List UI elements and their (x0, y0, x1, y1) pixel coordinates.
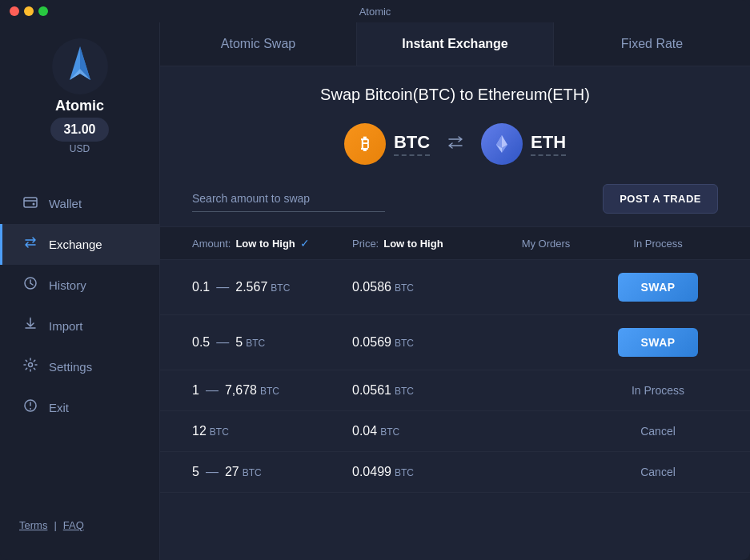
table-row: 5 — 27 BTC 0.0499 BTC Cancel (160, 452, 750, 493)
cell-price: 0.0499 BTC (352, 465, 494, 479)
history-icon (22, 276, 39, 294)
price-value: 0.04 (352, 424, 377, 438)
to-coin-selector[interactable]: ETH (481, 123, 566, 165)
sidebar-item-exchange[interactable]: Exchange (0, 224, 159, 265)
exchange-area: Swap Bitcoin(BTC) to Ethereum(ETH) ₿ BTC (160, 66, 750, 226)
logo-area: Atomic 31.00 USD (0, 38, 159, 154)
table-header: Amount: Low to High ✓ Price: Low to High… (160, 226, 750, 260)
close-button[interactable] (10, 6, 19, 16)
traffic-lights (10, 6, 48, 16)
sidebar-item-label-settings: Settings (49, 360, 92, 374)
sidebar-item-history[interactable]: History (0, 265, 159, 306)
tab-instant-exchange[interactable]: Instant Exchange (357, 22, 554, 66)
search-row: POST A TRADE (192, 184, 718, 214)
eth-icon (481, 123, 523, 165)
swap-title: Swap Bitcoin(BTC) to Ethereum(ETH) (192, 86, 718, 104)
amount-unit: BTC (210, 426, 229, 438)
column-header-amount[interactable]: Amount: Low to High ✓ (192, 237, 352, 250)
table-body: 0.1 — 2.567 BTC 0.0586 BTC SWAP 0.5 — 5 … (160, 260, 750, 560)
price-value: 0.0569 (352, 335, 391, 350)
settings-icon (22, 358, 39, 376)
amount-from: 0.1 (192, 280, 210, 294)
swap-button[interactable]: SWAP (618, 328, 697, 357)
price-value: 0.0561 (352, 383, 391, 398)
amount-label: Amount: (192, 238, 231, 250)
sidebar-item-settings[interactable]: Settings (0, 346, 159, 387)
btc-icon: ₿ (344, 123, 386, 165)
price-unit: BTC (395, 467, 414, 478)
from-coin-selector[interactable]: ₿ BTC (344, 123, 430, 165)
main-content: Atomic Swap Instant Exchange Fixed Rate … (160, 22, 750, 560)
column-header-in-process: In Process (598, 238, 718, 250)
sidebar-item-label-history: History (49, 278, 86, 292)
cell-amount: 5 — 27 BTC (192, 465, 352, 479)
sidebar-item-import[interactable]: Import (0, 306, 159, 346)
table-row: 1 — 7,678 BTC 0.0561 BTC In Process (160, 370, 750, 411)
amount-to: 7,678 (225, 383, 257, 398)
cell-action: In Process (598, 384, 718, 397)
amount-from: 5 (192, 465, 199, 479)
cell-price: 0.0586 BTC (352, 280, 494, 294)
balance-amount: 31.00 (63, 122, 95, 136)
amount-unit: BTC (243, 467, 262, 478)
swap-direction-icon[interactable] (446, 133, 465, 156)
swap-button[interactable]: SWAP (618, 273, 697, 302)
tab-atomic-swap[interactable]: Atomic Swap (160, 22, 357, 66)
cell-amount: 0.1 — 2.567 BTC (192, 280, 352, 294)
price-sort: Low to High (383, 238, 443, 250)
app-logo-icon (52, 38, 108, 94)
minimize-button[interactable] (24, 6, 34, 16)
app-title: Atomic (359, 6, 391, 18)
amount-dash: — (216, 280, 229, 294)
svg-text:₿: ₿ (361, 135, 369, 153)
price-unit: BTC (395, 282, 414, 294)
price-unit: BTC (395, 338, 414, 349)
cell-action: Cancel (598, 466, 718, 478)
exchange-icon (22, 235, 39, 254)
price-label: Price: (352, 238, 379, 250)
svg-point-6 (30, 408, 31, 410)
logo-label: Atomic (55, 98, 104, 114)
cancel-button[interactable]: Cancel (640, 466, 676, 478)
price-unit: BTC (380, 426, 399, 438)
amount-to: 2.567 (235, 280, 267, 294)
from-coin-name: BTC (394, 132, 430, 156)
svg-point-4 (29, 363, 33, 367)
faq-link[interactable]: FAQ (63, 519, 84, 531)
in-process-status: In Process (632, 384, 684, 397)
price-value: 0.0499 (352, 465, 391, 479)
cell-price: 0.04 BTC (352, 424, 494, 438)
amount-dash: — (206, 383, 219, 398)
post-trade-button[interactable]: POST A TRADE (603, 184, 718, 214)
amount-from: 0.5 (192, 335, 210, 350)
sidebar-item-label-wallet: Wallet (49, 197, 82, 210)
amount-unit: BTC (260, 386, 279, 397)
tab-fixed-rate[interactable]: Fixed Rate (554, 22, 750, 66)
amount-unit: BTC (271, 282, 290, 294)
sort-chevron-icon: ✓ (300, 237, 310, 250)
cell-amount: 12 BTC (192, 424, 352, 438)
sidebar-nav: Wallet Exchange History (0, 183, 159, 506)
table-row: 12 BTC 0.04 BTC Cancel (160, 411, 750, 452)
amount-sort: Low to High (235, 238, 295, 250)
cancel-button[interactable]: Cancel (640, 425, 676, 438)
price-unit: BTC (395, 386, 414, 397)
terms-link[interactable]: Terms (19, 519, 47, 531)
search-input[interactable] (192, 186, 385, 212)
cell-price: 0.0561 BTC (352, 383, 494, 398)
column-header-price[interactable]: Price: Low to High (352, 238, 494, 250)
sidebar-item-wallet[interactable]: Wallet (0, 183, 159, 224)
wallet-icon (22, 194, 39, 213)
balance-badge: 31.00 (50, 118, 108, 142)
sidebar-item-label-exchange: Exchange (49, 238, 102, 251)
amount-to: 5 (235, 335, 243, 350)
amount-dash: — (216, 335, 229, 350)
cell-action: SWAP (598, 328, 718, 357)
sidebar-item-label-import: Import (49, 319, 83, 333)
maximize-button[interactable] (38, 6, 48, 16)
cell-amount: 1 — 7,678 BTC (192, 383, 352, 398)
footer-divider: | (54, 519, 56, 531)
coin-selector: ₿ BTC (192, 123, 718, 165)
sidebar-item-exit[interactable]: Exit (0, 387, 159, 428)
table-row: 0.1 — 2.567 BTC 0.0586 BTC SWAP (160, 260, 750, 315)
